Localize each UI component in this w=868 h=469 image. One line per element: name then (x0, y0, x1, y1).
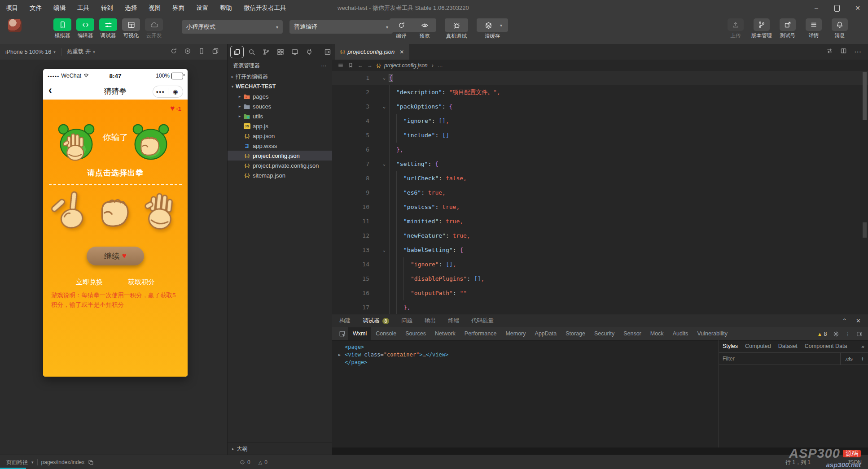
hand-choice-paper[interactable] (141, 190, 182, 232)
compile-button[interactable] (390, 18, 413, 32)
code-line-8[interactable]: 8"urlCheck": false, (332, 171, 868, 186)
devtools-tab-Wxml[interactable]: Wxml (348, 327, 371, 340)
file-item-project.config.json[interactable]: {..}project.config.json (228, 151, 332, 161)
hand-choice-scissors[interactable] (48, 189, 91, 234)
monitor-button[interactable] (289, 46, 301, 58)
expand-icon[interactable]: ▶ (338, 351, 341, 359)
section-project-root[interactable]: ▾WECHAT-TEST (228, 82, 332, 91)
plug-button[interactable] (303, 46, 316, 58)
version-button[interactable]: 版本管理 (752, 18, 771, 39)
test-account-button[interactable]: 测试号 (778, 18, 797, 39)
fold-icon[interactable]: ⌄ (379, 71, 389, 85)
close-panel-icon[interactable]: ✕ (856, 317, 861, 324)
menu-item-编辑[interactable]: 编辑 (48, 0, 71, 16)
menu-item-选择[interactable]: 选择 (119, 0, 143, 16)
simulator-button[interactable]: 模拟器 (53, 18, 72, 39)
devtools-tab-AppData[interactable]: AppData (530, 327, 561, 340)
device-button[interactable] (198, 48, 205, 56)
nav-forward-icon[interactable]: → (367, 62, 373, 69)
menu-item-界面[interactable]: 界面 (167, 0, 190, 16)
code-line-11[interactable]: 11"minified": true, (332, 214, 868, 229)
points-link[interactable]: 获取积分 (128, 278, 155, 287)
devtools-tab-Sources[interactable]: Sources (401, 327, 430, 340)
element-node-0[interactable]: <page> (339, 343, 719, 351)
file-item-souces[interactable]: ▸souces (228, 101, 332, 111)
editor-scrollbar[interactable] (863, 72, 867, 120)
clear-cache-button[interactable] (477, 18, 500, 32)
styles-tab-Component-Data[interactable]: Component Data (801, 340, 851, 352)
file-item-app.json[interactable]: {..}app.json (228, 131, 332, 141)
element-node-1[interactable]: ▶<view class="container">…</view> (339, 351, 719, 359)
styles-tab-Computed[interactable]: Computed (741, 340, 775, 352)
debugger-tab-调试器[interactable]: 调试器8 (363, 317, 389, 325)
file-item-app.js[interactable]: JSapp.js (228, 121, 332, 131)
code-line-15[interactable]: 15"disablePlugins": [], (332, 272, 868, 286)
menu-item-帮助[interactable]: 帮助 (214, 0, 238, 16)
switch-editor-button[interactable] (826, 48, 833, 56)
reload-button[interactable] (170, 48, 177, 56)
files-button[interactable] (230, 46, 244, 58)
styles-tab-Dataset[interactable]: Dataset (775, 340, 801, 352)
close-tab-icon[interactable]: ✕ (399, 49, 404, 55)
devtools-tab-Mock[interactable]: Mock (646, 327, 668, 340)
file-item-app.wxss[interactable]: Ǝapp.wxss (228, 141, 332, 151)
split-editor-button[interactable] (840, 48, 847, 56)
section-open-editors[interactable]: ▸打开的编辑器 (228, 72, 332, 82)
file-item-sitemap.json[interactable]: {..}sitemap.json (228, 170, 332, 180)
debugger-tab-输出[interactable]: 输出 (425, 317, 436, 325)
code-line-4[interactable]: 4"ignore": [], (332, 114, 868, 128)
collapse-panel-icon[interactable]: ⌃ (842, 317, 847, 324)
close-button[interactable]: ✕ (847, 0, 868, 16)
fold-icon[interactable]: ⌄ (379, 157, 389, 171)
code-line-3[interactable]: 3⌄"packOptions": { (332, 100, 868, 114)
collapse-sidebar-button[interactable] (324, 48, 331, 56)
debugger-tab-终端[interactable]: 终端 (448, 317, 459, 325)
fold-icon[interactable]: ⌄ (379, 243, 389, 257)
code-line-16[interactable]: 16"outputPath": "" (332, 286, 868, 300)
bookmark-icon[interactable] (348, 62, 354, 68)
compile-select[interactable]: 普通编译 ▾ (289, 20, 393, 34)
copy-icon[interactable] (88, 460, 94, 465)
menu-item-视图[interactable]: 视图 (143, 0, 167, 16)
gear-icon[interactable] (833, 331, 839, 337)
grid4-button[interactable] (274, 46, 287, 58)
overflow-tabs-button[interactable]: » (861, 343, 864, 350)
hand-choice-rock[interactable] (97, 192, 134, 230)
devtools-tab-Performance[interactable]: Performance (460, 327, 501, 340)
debugger-tab-问题[interactable]: 问题 (401, 317, 412, 325)
devtools-tab-Security[interactable]: Security (590, 327, 619, 340)
windows-button[interactable] (212, 48, 219, 56)
search-button[interactable] (245, 46, 258, 58)
code-line-7[interactable]: 7⌄"setting": { (332, 157, 868, 171)
record-button[interactable] (184, 48, 191, 56)
file-item-utils[interactable]: ▸utils (228, 111, 332, 121)
inspect-element-button[interactable] (336, 330, 348, 337)
hot-reload-toggle[interactable]: 热重载 开 ▾ (61, 48, 101, 56)
devtools-tab-Storage[interactable]: Storage (561, 327, 590, 340)
devtools-tab-Audits[interactable]: Audits (668, 327, 693, 340)
devtools-tab-Network[interactable]: Network (430, 327, 460, 340)
device-select[interactable]: iPhone 5 100% 16 ▾ (0, 49, 61, 55)
file-item-project.private.config.json[interactable]: {..}project.private.config.json (228, 161, 332, 170)
file-item-pages[interactable]: ▸pages (228, 91, 332, 101)
code-line-10[interactable]: 10"postcss": true, (332, 200, 868, 214)
debugger-tab-代码质量[interactable]: 代码质量 (471, 317, 494, 325)
menu-item-微信开发者工具[interactable]: 微信开发者工具 (238, 0, 292, 16)
mode-select[interactable]: 小程序模式 ▾ (182, 20, 283, 34)
more-actions-button[interactable]: ⋯ (321, 63, 327, 69)
code-line-5[interactable]: 5"include": [] (332, 128, 868, 143)
debugger-tab-构建[interactable]: 构建 (339, 317, 351, 325)
filter-input[interactable] (719, 356, 840, 362)
more-actions-button[interactable]: ⋯ (854, 48, 862, 56)
outline-section[interactable]: ▸ 大纲 (228, 443, 332, 455)
preview-button[interactable] (413, 18, 436, 32)
maximize-button[interactable] (827, 0, 847, 16)
minimize-button[interactable]: – (806, 0, 827, 16)
debugger-button[interactable]: 调试器 (99, 18, 118, 39)
kebab-menu-icon[interactable]: ⋮ (845, 330, 851, 337)
styles-tab-Styles[interactable]: Styles (719, 340, 741, 352)
warning-counter[interactable]: ▲ 8 (817, 331, 827, 337)
exchange-link[interactable]: 立即兑换 (76, 278, 103, 287)
code-line-1[interactable]: 1⌄{ (332, 71, 868, 85)
code-line-2[interactable]: 2"description": "项目配置文件。", (332, 85, 868, 100)
